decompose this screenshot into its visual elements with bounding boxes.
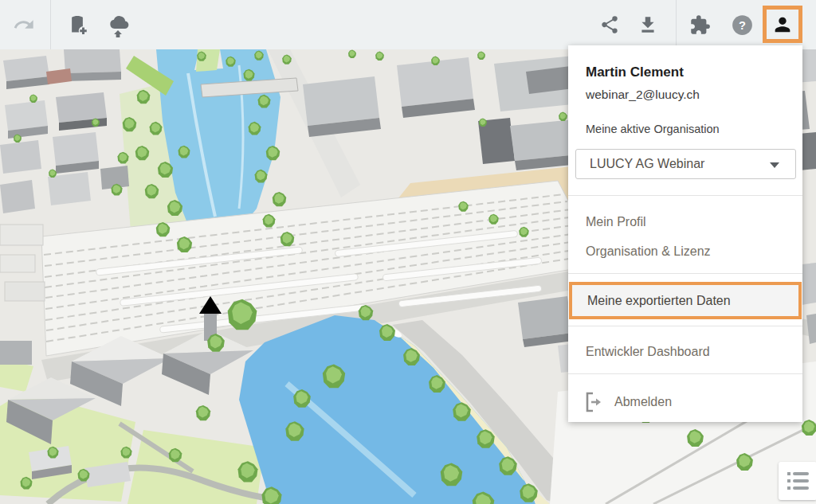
menu-divider — [568, 273, 802, 274]
help-button[interactable]: ? — [724, 7, 759, 42]
layer-list-icon — [787, 472, 809, 490]
download-icon — [638, 14, 658, 35]
download-button[interactable] — [630, 7, 665, 42]
chevron-down-icon — [770, 162, 779, 168]
add-project-icon — [65, 13, 89, 37]
help-icon: ? — [732, 14, 753, 36]
logout-label: Abmelden — [614, 395, 672, 409]
app-window: ? Martin Clement webinar_2@luucy.ch Mein… — [0, 0, 816, 504]
menu-item-mein-profil[interactable]: Mein Profil — [586, 209, 646, 235]
toolbar-divider — [50, 0, 51, 49]
menu-item-organisation-lizenz[interactable]: Organisation & Lizenz — [586, 239, 711, 264]
redo-button[interactable] — [6, 7, 41, 42]
extensions-icon — [689, 14, 711, 36]
add-project-button[interactable] — [60, 7, 95, 42]
active-org-label: Meine aktive Organisation — [586, 123, 720, 135]
cloud-upload-icon — [105, 12, 131, 37]
help-glyph: ? — [739, 18, 746, 31]
org-select-value: LUUCY AG Webinar — [590, 157, 704, 171]
menu-divider — [568, 195, 802, 196]
share-icon — [599, 14, 620, 35]
menu-divider — [568, 373, 802, 374]
menu-item-abmelden[interactable]: Abmelden — [583, 386, 672, 418]
cloud-upload-button[interactable] — [100, 7, 135, 42]
menu-divider — [568, 326, 802, 326]
toolbar-divider — [676, 0, 677, 49]
menu-item-label: Meine exportierten Daten — [587, 294, 731, 308]
menu-item-entwickler-dashboard[interactable]: Entwickler Dashboard — [586, 339, 710, 365]
user-menu-panel: Martin Clement webinar_2@luucy.ch Meine … — [568, 45, 802, 422]
top-toolbar: ? — [0, 0, 816, 49]
user-email: webinar_2@luucy.ch — [586, 88, 700, 102]
layer-list-button[interactable] — [779, 462, 816, 500]
account-icon — [771, 14, 794, 36]
logout-icon — [583, 390, 605, 414]
user-name: Martin Clement — [586, 64, 684, 80]
account-button[interactable] — [765, 7, 800, 42]
share-button[interactable] — [592, 7, 627, 42]
redo-icon — [13, 14, 35, 36]
menu-item-meine-exportierten-daten[interactable]: Meine exportierten Daten — [569, 282, 802, 319]
org-select[interactable]: LUUCY AG Webinar — [575, 149, 796, 179]
extensions-button[interactable] — [682, 7, 717, 42]
